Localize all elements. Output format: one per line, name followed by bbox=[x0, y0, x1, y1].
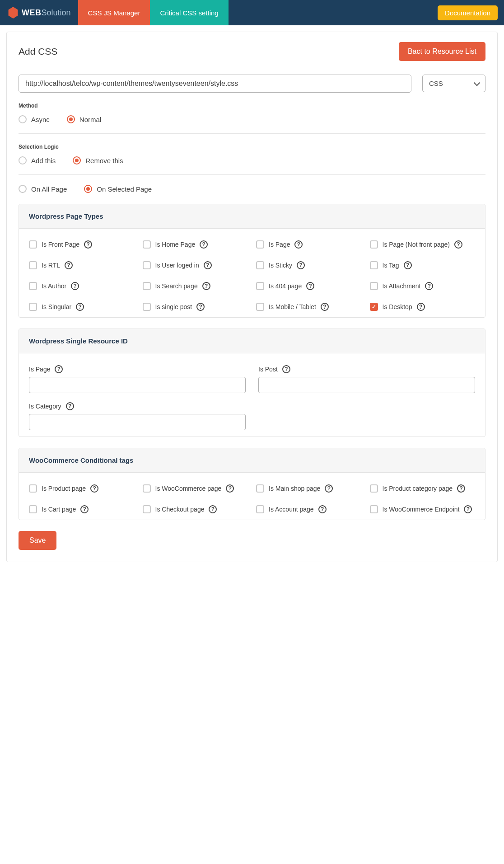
resource-url-input[interactable] bbox=[19, 75, 411, 93]
brand-logo: WEBSolution bbox=[0, 0, 78, 25]
help-icon[interactable]: ? bbox=[84, 240, 92, 249]
help-icon[interactable]: ? bbox=[454, 240, 462, 249]
panel-page-types: Wordpress Page Types Is Front Page?Is Ho… bbox=[19, 204, 485, 318]
checkbox[interactable] bbox=[256, 484, 264, 493]
help-icon[interactable]: ? bbox=[457, 484, 465, 493]
checkbox[interactable] bbox=[370, 240, 378, 249]
logo-icon bbox=[7, 7, 19, 19]
checkbox[interactable] bbox=[256, 261, 264, 269]
resource-id-input[interactable] bbox=[29, 414, 246, 430]
help-icon[interactable]: ? bbox=[297, 261, 305, 269]
help-icon[interactable]: ? bbox=[204, 261, 212, 269]
checkbox[interactable] bbox=[370, 282, 378, 290]
checkbox-label: Is Product page bbox=[42, 485, 86, 492]
help-icon[interactable]: ? bbox=[200, 240, 208, 249]
checkbox-label: Is User loged in bbox=[155, 262, 199, 269]
help-icon[interactable]: ? bbox=[417, 303, 425, 311]
resource-field: Is Category? bbox=[29, 402, 246, 430]
radio-label: Add this bbox=[31, 157, 56, 164]
radio-label: Normal bbox=[79, 116, 101, 123]
check-item: Is Main shop page? bbox=[256, 484, 362, 493]
tab-critical-css[interactable]: Critical CSS setting bbox=[150, 0, 228, 25]
help-icon[interactable]: ? bbox=[80, 505, 89, 513]
help-icon[interactable]: ? bbox=[71, 282, 79, 290]
checkbox[interactable] bbox=[370, 484, 378, 493]
check-item: Is WooCommerce Endpoint? bbox=[370, 505, 476, 513]
help-icon[interactable]: ? bbox=[202, 282, 210, 290]
radio-icon bbox=[67, 115, 75, 123]
help-icon[interactable]: ? bbox=[294, 240, 303, 249]
help-icon[interactable]: ? bbox=[65, 261, 73, 269]
resource-id-input[interactable] bbox=[258, 377, 475, 393]
checkbox[interactable] bbox=[256, 240, 264, 249]
panel-resource-id: Wordpress Single Resource ID Is Page?Is … bbox=[19, 329, 485, 437]
checkbox[interactable] bbox=[143, 282, 151, 290]
help-icon[interactable]: ? bbox=[306, 282, 314, 290]
radio-on-all-page[interactable]: On All Page bbox=[19, 185, 67, 193]
back-to-resource-list-button[interactable]: Bact to Resource List bbox=[399, 42, 485, 61]
checkbox[interactable] bbox=[29, 261, 37, 269]
check-item: Is Front Page? bbox=[29, 240, 135, 249]
tab-css-js-manager[interactable]: CSS JS Manager bbox=[78, 0, 150, 25]
checkbox[interactable] bbox=[256, 303, 264, 311]
field-label: Is Page bbox=[29, 366, 50, 373]
help-icon[interactable]: ? bbox=[425, 282, 433, 290]
checkbox[interactable] bbox=[29, 303, 37, 311]
check-item: Is Tag? bbox=[370, 261, 476, 269]
resource-id-input[interactable] bbox=[29, 377, 246, 393]
checkbox[interactable] bbox=[143, 240, 151, 249]
help-icon[interactable]: ? bbox=[55, 365, 63, 373]
checkbox-label: Is Cart page bbox=[42, 506, 76, 513]
help-icon[interactable]: ? bbox=[226, 484, 234, 493]
panel-page-types-title: Wordpress Page Types bbox=[19, 204, 485, 229]
radio-normal[interactable]: Normal bbox=[67, 115, 101, 123]
checkbox-label: Is Main shop page bbox=[269, 485, 320, 492]
checkbox[interactable] bbox=[29, 282, 37, 290]
check-item: Is Account page? bbox=[256, 505, 362, 513]
help-icon[interactable]: ? bbox=[325, 484, 333, 493]
check-item: Is Mobile / Tablet? bbox=[256, 303, 362, 311]
help-icon[interactable]: ? bbox=[282, 365, 290, 373]
help-icon[interactable]: ? bbox=[464, 505, 472, 513]
check-item: Is Singular? bbox=[29, 303, 135, 311]
checkbox-label: Is Search page bbox=[155, 282, 198, 290]
checkbox-label: Is Home Page bbox=[155, 241, 196, 248]
radio-icon bbox=[73, 156, 81, 164]
checkbox-label: Is Sticky bbox=[269, 262, 292, 269]
checkbox[interactable] bbox=[143, 261, 151, 269]
radio-on-selected-page[interactable]: On Selected Page bbox=[84, 185, 152, 193]
help-icon[interactable]: ? bbox=[321, 303, 329, 311]
checkbox[interactable] bbox=[143, 505, 151, 513]
checkbox[interactable] bbox=[29, 240, 37, 249]
checkbox[interactable] bbox=[370, 505, 378, 513]
check-item: Is Desktop? bbox=[370, 303, 476, 311]
radio-async[interactable]: Async bbox=[19, 115, 50, 123]
help-icon[interactable]: ? bbox=[318, 505, 327, 513]
checkbox[interactable] bbox=[370, 303, 378, 311]
save-button[interactable]: Save bbox=[19, 531, 56, 550]
method-label: Method bbox=[19, 103, 485, 109]
resource-type-select[interactable]: CSS bbox=[422, 75, 485, 92]
checkbox[interactable] bbox=[256, 505, 264, 513]
checkbox[interactable] bbox=[143, 484, 151, 493]
checkbox[interactable] bbox=[370, 261, 378, 269]
help-icon[interactable]: ? bbox=[209, 505, 217, 513]
check-item: Is Cart page? bbox=[29, 505, 135, 513]
radio-remove-this[interactable]: Remove this bbox=[73, 156, 123, 164]
checkbox-label: Is Mobile / Tablet bbox=[269, 303, 316, 310]
brand-web: WEB bbox=[22, 8, 42, 17]
help-icon[interactable]: ? bbox=[66, 402, 74, 410]
checkbox[interactable] bbox=[29, 505, 37, 513]
help-icon[interactable]: ? bbox=[404, 261, 412, 269]
documentation-button[interactable]: Documentation bbox=[438, 5, 498, 20]
help-icon[interactable]: ? bbox=[90, 484, 98, 493]
checkbox-label: Is RTL bbox=[42, 262, 60, 269]
help-icon[interactable]: ? bbox=[196, 303, 205, 311]
checkbox[interactable] bbox=[143, 303, 151, 311]
radio-add-this[interactable]: Add this bbox=[19, 156, 56, 164]
radio-icon bbox=[84, 185, 92, 193]
help-icon[interactable]: ? bbox=[76, 303, 84, 311]
field-label: Is Category bbox=[29, 403, 61, 410]
checkbox[interactable] bbox=[256, 282, 264, 290]
checkbox[interactable] bbox=[29, 484, 37, 493]
